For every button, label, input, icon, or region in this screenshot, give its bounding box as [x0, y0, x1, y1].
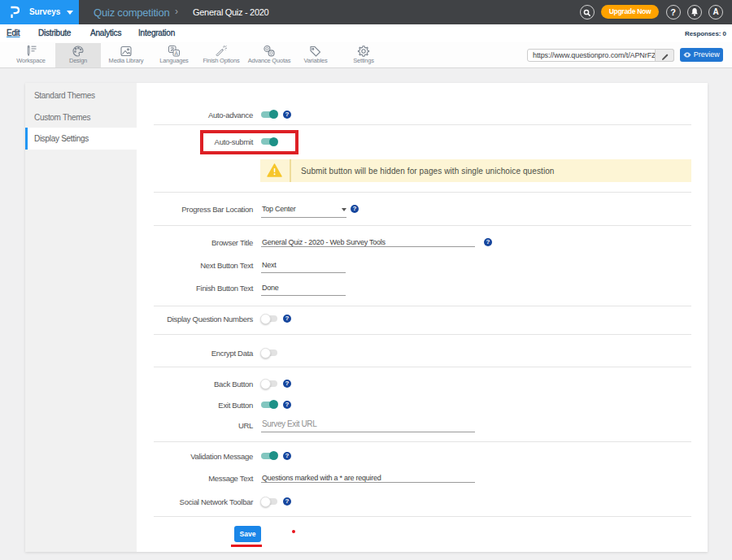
svg-text:A: A — [175, 50, 179, 56]
